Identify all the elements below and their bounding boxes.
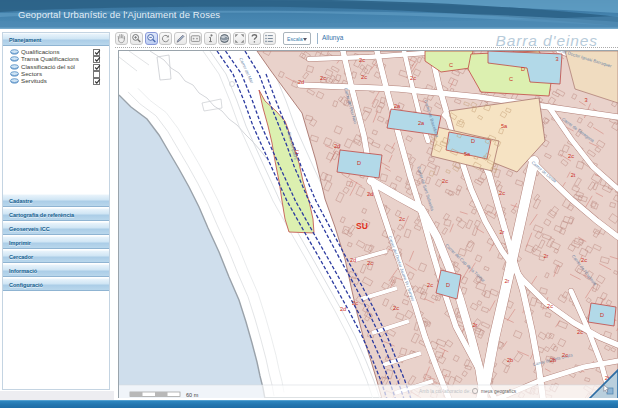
svg-text:D: D	[600, 312, 604, 318]
svg-text:2d: 2d	[298, 79, 304, 85]
svg-text:Carrer del Mar: Carrer del Mar	[238, 57, 254, 85]
svg-text:2c: 2c	[427, 282, 433, 288]
svg-text:2c: 2c	[367, 260, 373, 266]
svg-text:D: D	[357, 160, 361, 166]
svg-text:2c: 2c	[499, 190, 505, 196]
svg-text:2b: 2b	[550, 357, 556, 363]
svg-text:2r: 2r	[473, 322, 478, 328]
svg-text:3: 3	[584, 97, 587, 103]
svg-text:SU: SU	[356, 221, 368, 231]
svg-text:2c: 2c	[359, 57, 365, 63]
svg-text:2c: 2c	[568, 153, 574, 159]
svg-text:C: C	[449, 62, 453, 68]
svg-text:D: D	[471, 138, 475, 144]
svg-text:2c: 2c	[577, 329, 583, 335]
svg-text:2r: 2r	[505, 278, 510, 284]
svg-text:2c: 2c	[320, 75, 326, 81]
svg-text:2c: 2c	[352, 300, 358, 306]
svg-text:2r: 2r	[544, 253, 549, 259]
svg-text:5a: 5a	[464, 151, 471, 157]
svg-text:2c: 2c	[361, 74, 367, 80]
svg-text:2c: 2c	[442, 178, 448, 184]
svg-text:C: C	[295, 149, 299, 155]
svg-text:2c: 2c	[581, 257, 587, 263]
svg-text:3: 3	[555, 56, 558, 62]
svg-text:2c: 2c	[410, 75, 416, 81]
svg-text:60 m: 60 m	[186, 392, 199, 398]
svg-text:2a: 2a	[394, 103, 401, 109]
svg-text:2b: 2b	[507, 357, 513, 363]
svg-text:2a: 2a	[418, 120, 425, 126]
svg-text:2r: 2r	[500, 229, 505, 235]
svg-text:meus geografics: meus geografics	[481, 389, 517, 394]
svg-text:2c: 2c	[393, 305, 399, 311]
svg-text:2c: 2c	[399, 216, 405, 222]
svg-text:5a: 5a	[501, 123, 508, 129]
svg-text:2d: 2d	[334, 143, 340, 149]
svg-text:Amb la col·laboracio de:: Amb la col·laboracio de:	[419, 389, 470, 394]
svg-text:D: D	[521, 66, 525, 72]
svg-text:2d: 2d	[367, 191, 373, 197]
svg-text:D: D	[446, 282, 450, 288]
svg-text:2c: 2c	[562, 352, 568, 358]
svg-text:2d: 2d	[340, 306, 346, 312]
svg-text:2c: 2c	[547, 303, 553, 309]
svg-text:C: C	[509, 76, 513, 82]
svg-text:2d: 2d	[350, 257, 356, 263]
svg-text:2t: 2t	[571, 172, 576, 178]
